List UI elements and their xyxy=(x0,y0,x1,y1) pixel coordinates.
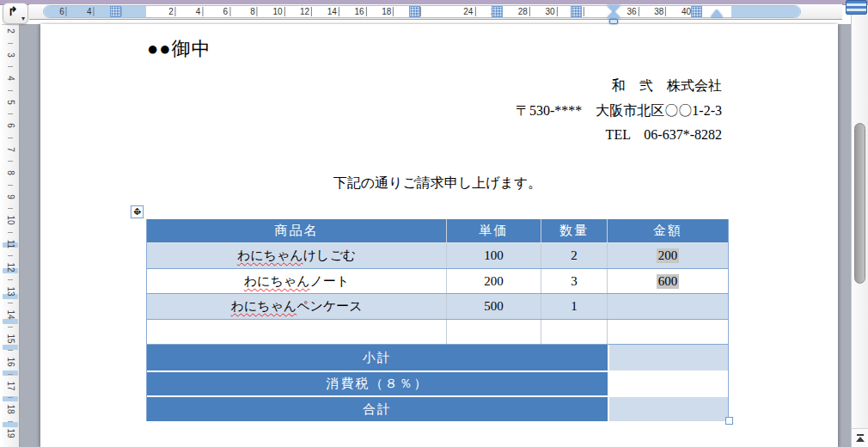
cell-product-name[interactable] xyxy=(147,320,447,344)
cell-product-name[interactable]: わにちゃんノート xyxy=(147,269,447,293)
product-name-text: けしごむ xyxy=(303,248,356,264)
indent-marker[interactable] xyxy=(607,5,620,24)
ruler-number: 16 xyxy=(5,355,15,369)
cell-unit-price[interactable]: 200 xyxy=(447,269,541,293)
scroll-top-of-page-button[interactable] xyxy=(852,428,868,447)
ruler-tick xyxy=(8,327,13,328)
cell-quantity[interactable] xyxy=(541,320,608,344)
ruler-number: 4 xyxy=(196,7,204,16)
tab-stop-icon: ↱ xyxy=(8,5,18,17)
left-indent-box-icon[interactable] xyxy=(609,19,618,24)
ruler-number: 11 xyxy=(5,237,15,251)
invoice-table[interactable]: 商品名 単価 数量 金額 わにちゃんけしごむ 100 2 200 わにちゃんノー… xyxy=(146,219,729,421)
table-move-handle[interactable]: ↔ ↕ xyxy=(131,205,144,218)
ruler-number: 13 xyxy=(5,285,15,298)
ruler-number: 6 xyxy=(223,7,231,16)
ruler-number: 19 xyxy=(5,426,15,440)
table-column-marker-icon[interactable] xyxy=(110,6,121,17)
ruler-number: 17 xyxy=(5,379,15,393)
cell-amount[interactable]: 200 xyxy=(608,243,728,268)
ruler-tick xyxy=(8,138,13,138)
hanging-indent-icon[interactable] xyxy=(607,11,620,18)
ruler-number: 36 xyxy=(627,7,639,16)
subtotal-label[interactable]: 小計 xyxy=(147,345,608,370)
tax-label[interactable]: 消費税（８％） xyxy=(147,372,608,395)
sender-tel[interactable]: TEL 06-637*-8282 xyxy=(516,123,722,148)
total-amount[interactable] xyxy=(608,397,728,421)
ruler-tick xyxy=(8,208,13,209)
header-cell-unit-price[interactable]: 単価 xyxy=(447,219,541,242)
tab-stop-selector-button[interactable]: ↱ ▾ xyxy=(3,3,28,24)
cell-quantity[interactable]: 1 xyxy=(541,294,608,319)
ruler-number: 7 xyxy=(5,143,15,156)
ruler-tick xyxy=(8,397,13,398)
recipient-line[interactable]: ●●御中 xyxy=(147,36,211,62)
sender-company[interactable]: 和 弐 株式会社 xyxy=(516,74,722,99)
table-column-marker-icon[interactable] xyxy=(492,6,503,17)
tax-amount[interactable] xyxy=(608,372,728,395)
cell-amount[interactable] xyxy=(608,294,728,319)
ruler-number: 4 xyxy=(87,7,95,16)
cell-unit-price[interactable]: 100 xyxy=(447,243,541,268)
move-arrows-icon: ↕ xyxy=(131,206,143,217)
table-resize-handle[interactable] xyxy=(725,417,733,425)
vertical-ruler[interactable]: 2345678910111213141516171819 xyxy=(2,24,20,447)
table-row: わにちゃんけしごむ 100 2 200 xyxy=(147,243,728,269)
ruler-number: 18 xyxy=(382,7,394,16)
calculated-field[interactable]: 200 xyxy=(657,248,680,263)
ruler-number: 14 xyxy=(5,308,15,321)
ruler-number: 30 xyxy=(545,7,557,16)
vertical-scrollbar[interactable] xyxy=(851,15,868,447)
header-cell-product-name[interactable]: 商品名 xyxy=(147,219,447,242)
ruler-number: 4 xyxy=(5,71,15,85)
table-row xyxy=(147,320,728,345)
cell-product-name[interactable]: わにちゃんけしごむ xyxy=(147,243,447,268)
document-page[interactable]: ●●御中 和 弐 株式会社 〒530-**** 大阪市北区〇〇1-2-3 TEL… xyxy=(40,24,838,447)
cell-quantity[interactable]: 2 xyxy=(541,243,608,268)
header-cell-quantity[interactable]: 数量 xyxy=(541,219,608,242)
ruler-number: 2 xyxy=(5,24,15,38)
cell-amount[interactable]: 600 xyxy=(608,269,728,293)
table-column-marker-icon[interactable] xyxy=(571,6,582,17)
ruler-tick xyxy=(8,113,13,114)
misspelled-text: わにちゃん xyxy=(237,248,303,264)
ruler-tick xyxy=(8,421,13,422)
ruler-tick xyxy=(8,232,13,233)
right-indent-marker-icon[interactable] xyxy=(711,9,723,17)
scroll-arrow-icon xyxy=(856,437,865,442)
ruler-number: 38 xyxy=(654,7,666,16)
ruler-number: 10 xyxy=(272,7,284,16)
table-column-marker-icon[interactable] xyxy=(691,6,702,17)
ruler-number: 12 xyxy=(300,7,312,16)
ruler-tick xyxy=(8,303,13,303)
sender-address[interactable]: 〒530-**** 大阪市北区〇〇1-2-3 xyxy=(516,99,722,124)
sender-block[interactable]: 和 弐 株式会社 〒530-**** 大阪市北区〇〇1-2-3 TEL 06-6… xyxy=(516,74,722,148)
tax-row: 消費税（８％） xyxy=(147,370,728,395)
total-label[interactable]: 合計 xyxy=(147,397,608,421)
request-line[interactable]: 下記の通りご請求申し上げます。 xyxy=(146,175,729,193)
ruler-number: 28 xyxy=(518,7,530,16)
table-row: わにちゃんペンケース 500 1 xyxy=(147,294,728,320)
cell-product-name[interactable]: わにちゃんペンケース xyxy=(147,294,447,319)
ruler-number: 10 xyxy=(5,213,15,227)
ruler-number: 14 xyxy=(327,7,339,16)
table-column-marker-icon[interactable] xyxy=(409,6,420,17)
subtotal-row: 小計 xyxy=(147,345,728,370)
ruler-number: 8 xyxy=(5,166,15,180)
ruler-number: 12 xyxy=(5,260,15,274)
scrollbar-thumb[interactable] xyxy=(854,123,865,284)
ruler-number: 16 xyxy=(354,7,366,16)
chevron-down-icon: ▾ xyxy=(21,15,25,22)
header-cell-amount[interactable]: 金額 xyxy=(608,219,728,242)
cell-unit-price[interactable]: 500 xyxy=(447,294,541,319)
subtotal-amount[interactable] xyxy=(608,345,728,370)
ruler-number: 5 xyxy=(5,95,15,109)
cell-unit-price[interactable] xyxy=(447,320,541,344)
cell-amount[interactable] xyxy=(608,320,728,344)
word-document-window: ↱ ▾ 64224681012141618202426283032363840 … xyxy=(0,0,868,447)
ruler-tick xyxy=(8,279,13,280)
split-pane-handle[interactable] xyxy=(846,0,867,15)
calculated-field[interactable]: 600 xyxy=(657,274,680,289)
cell-quantity[interactable]: 3 xyxy=(541,269,608,293)
ruler-number: 8 xyxy=(250,7,258,16)
